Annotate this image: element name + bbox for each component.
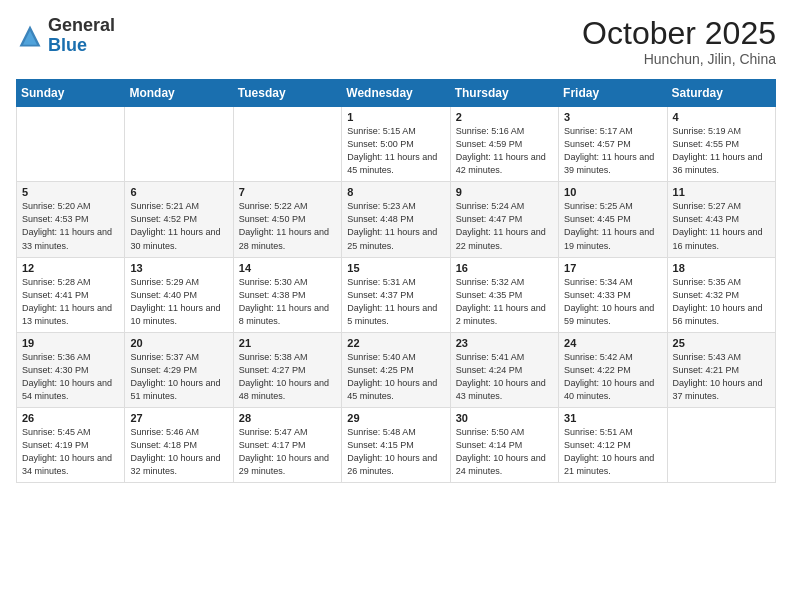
col-tuesday: Tuesday: [233, 80, 341, 107]
title-block: October 2025 Hunchun, Jilin, China: [582, 16, 776, 67]
calendar-cell: 1 Sunrise: 5:15 AMSunset: 5:00 PMDayligh…: [342, 107, 450, 182]
day-info: Sunrise: 5:50 AMSunset: 4:14 PMDaylight:…: [456, 426, 553, 478]
calendar-cell: 9 Sunrise: 5:24 AMSunset: 4:47 PMDayligh…: [450, 182, 558, 257]
calendar-cell: 13 Sunrise: 5:29 AMSunset: 4:40 PMDaylig…: [125, 257, 233, 332]
day-info: Sunrise: 5:20 AMSunset: 4:53 PMDaylight:…: [22, 200, 119, 252]
calendar-cell: [667, 407, 775, 482]
col-sunday: Sunday: [17, 80, 125, 107]
day-number: 17: [564, 262, 661, 274]
calendar-cell: 4 Sunrise: 5:19 AMSunset: 4:55 PMDayligh…: [667, 107, 775, 182]
day-number: 10: [564, 186, 661, 198]
day-number: 27: [130, 412, 227, 424]
day-number: 13: [130, 262, 227, 274]
day-number: 30: [456, 412, 553, 424]
day-number: 6: [130, 186, 227, 198]
day-info: Sunrise: 5:30 AMSunset: 4:38 PMDaylight:…: [239, 276, 336, 328]
calendar-cell: 15 Sunrise: 5:31 AMSunset: 4:37 PMDaylig…: [342, 257, 450, 332]
day-info: Sunrise: 5:29 AMSunset: 4:40 PMDaylight:…: [130, 276, 227, 328]
day-number: 15: [347, 262, 444, 274]
calendar-cell: 20 Sunrise: 5:37 AMSunset: 4:29 PMDaylig…: [125, 332, 233, 407]
month-title: October 2025: [582, 16, 776, 51]
day-info: Sunrise: 5:28 AMSunset: 4:41 PMDaylight:…: [22, 276, 119, 328]
day-info: Sunrise: 5:31 AMSunset: 4:37 PMDaylight:…: [347, 276, 444, 328]
calendar-week-row-1: 5 Sunrise: 5:20 AMSunset: 4:53 PMDayligh…: [17, 182, 776, 257]
day-info: Sunrise: 5:35 AMSunset: 4:32 PMDaylight:…: [673, 276, 770, 328]
day-info: Sunrise: 5:32 AMSunset: 4:35 PMDaylight:…: [456, 276, 553, 328]
day-info: Sunrise: 5:34 AMSunset: 4:33 PMDaylight:…: [564, 276, 661, 328]
day-info: Sunrise: 5:41 AMSunset: 4:24 PMDaylight:…: [456, 351, 553, 403]
day-info: Sunrise: 5:36 AMSunset: 4:30 PMDaylight:…: [22, 351, 119, 403]
day-number: 22: [347, 337, 444, 349]
day-info: Sunrise: 5:48 AMSunset: 4:15 PMDaylight:…: [347, 426, 444, 478]
calendar-cell: 25 Sunrise: 5:43 AMSunset: 4:21 PMDaylig…: [667, 332, 775, 407]
calendar-cell: 3 Sunrise: 5:17 AMSunset: 4:57 PMDayligh…: [559, 107, 667, 182]
header: General Blue October 2025 Hunchun, Jilin…: [16, 16, 776, 67]
day-info: Sunrise: 5:46 AMSunset: 4:18 PMDaylight:…: [130, 426, 227, 478]
day-info: Sunrise: 5:40 AMSunset: 4:25 PMDaylight:…: [347, 351, 444, 403]
day-info: Sunrise: 5:17 AMSunset: 4:57 PMDaylight:…: [564, 125, 661, 177]
day-number: 21: [239, 337, 336, 349]
day-number: 3: [564, 111, 661, 123]
day-info: Sunrise: 5:51 AMSunset: 4:12 PMDaylight:…: [564, 426, 661, 478]
day-info: Sunrise: 5:24 AMSunset: 4:47 PMDaylight:…: [456, 200, 553, 252]
logo-text: General Blue: [48, 16, 115, 56]
calendar-cell: 22 Sunrise: 5:40 AMSunset: 4:25 PMDaylig…: [342, 332, 450, 407]
col-friday: Friday: [559, 80, 667, 107]
day-number: 23: [456, 337, 553, 349]
logo-icon: [16, 22, 44, 50]
col-saturday: Saturday: [667, 80, 775, 107]
calendar-cell: 27 Sunrise: 5:46 AMSunset: 4:18 PMDaylig…: [125, 407, 233, 482]
day-info: Sunrise: 5:45 AMSunset: 4:19 PMDaylight:…: [22, 426, 119, 478]
calendar-week-row-4: 26 Sunrise: 5:45 AMSunset: 4:19 PMDaylig…: [17, 407, 776, 482]
day-number: 19: [22, 337, 119, 349]
calendar-cell: 11 Sunrise: 5:27 AMSunset: 4:43 PMDaylig…: [667, 182, 775, 257]
col-monday: Monday: [125, 80, 233, 107]
page: General Blue October 2025 Hunchun, Jilin…: [0, 0, 792, 612]
calendar-cell: [17, 107, 125, 182]
calendar-cell: 6 Sunrise: 5:21 AMSunset: 4:52 PMDayligh…: [125, 182, 233, 257]
day-info: Sunrise: 5:19 AMSunset: 4:55 PMDaylight:…: [673, 125, 770, 177]
day-number: 25: [673, 337, 770, 349]
day-number: 8: [347, 186, 444, 198]
day-number: 12: [22, 262, 119, 274]
day-info: Sunrise: 5:16 AMSunset: 4:59 PMDaylight:…: [456, 125, 553, 177]
day-number: 31: [564, 412, 661, 424]
day-number: 14: [239, 262, 336, 274]
day-number: 9: [456, 186, 553, 198]
day-number: 24: [564, 337, 661, 349]
location-subtitle: Hunchun, Jilin, China: [582, 51, 776, 67]
calendar-header-row: Sunday Monday Tuesday Wednesday Thursday…: [17, 80, 776, 107]
calendar-week-row-3: 19 Sunrise: 5:36 AMSunset: 4:30 PMDaylig…: [17, 332, 776, 407]
calendar-cell: 18 Sunrise: 5:35 AMSunset: 4:32 PMDaylig…: [667, 257, 775, 332]
calendar-cell: 26 Sunrise: 5:45 AMSunset: 4:19 PMDaylig…: [17, 407, 125, 482]
calendar-cell: 21 Sunrise: 5:38 AMSunset: 4:27 PMDaylig…: [233, 332, 341, 407]
calendar-cell: [233, 107, 341, 182]
col-wednesday: Wednesday: [342, 80, 450, 107]
calendar-cell: 8 Sunrise: 5:23 AMSunset: 4:48 PMDayligh…: [342, 182, 450, 257]
calendar-week-row-2: 12 Sunrise: 5:28 AMSunset: 4:41 PMDaylig…: [17, 257, 776, 332]
day-info: Sunrise: 5:37 AMSunset: 4:29 PMDaylight:…: [130, 351, 227, 403]
calendar-cell: 28 Sunrise: 5:47 AMSunset: 4:17 PMDaylig…: [233, 407, 341, 482]
day-info: Sunrise: 5:21 AMSunset: 4:52 PMDaylight:…: [130, 200, 227, 252]
day-info: Sunrise: 5:47 AMSunset: 4:17 PMDaylight:…: [239, 426, 336, 478]
calendar-cell: 16 Sunrise: 5:32 AMSunset: 4:35 PMDaylig…: [450, 257, 558, 332]
calendar-cell: 31 Sunrise: 5:51 AMSunset: 4:12 PMDaylig…: [559, 407, 667, 482]
col-thursday: Thursday: [450, 80, 558, 107]
day-number: 4: [673, 111, 770, 123]
calendar-cell: 30 Sunrise: 5:50 AMSunset: 4:14 PMDaylig…: [450, 407, 558, 482]
day-number: 11: [673, 186, 770, 198]
calendar-cell: 17 Sunrise: 5:34 AMSunset: 4:33 PMDaylig…: [559, 257, 667, 332]
calendar-cell: 19 Sunrise: 5:36 AMSunset: 4:30 PMDaylig…: [17, 332, 125, 407]
calendar-cell: 7 Sunrise: 5:22 AMSunset: 4:50 PMDayligh…: [233, 182, 341, 257]
day-info: Sunrise: 5:27 AMSunset: 4:43 PMDaylight:…: [673, 200, 770, 252]
calendar-cell: [125, 107, 233, 182]
day-number: 29: [347, 412, 444, 424]
calendar-week-row-0: 1 Sunrise: 5:15 AMSunset: 5:00 PMDayligh…: [17, 107, 776, 182]
logo: General Blue: [16, 16, 115, 56]
day-info: Sunrise: 5:38 AMSunset: 4:27 PMDaylight:…: [239, 351, 336, 403]
calendar-table: Sunday Monday Tuesday Wednesday Thursday…: [16, 79, 776, 483]
calendar-cell: 24 Sunrise: 5:42 AMSunset: 4:22 PMDaylig…: [559, 332, 667, 407]
logo-blue: Blue: [48, 35, 87, 55]
day-info: Sunrise: 5:42 AMSunset: 4:22 PMDaylight:…: [564, 351, 661, 403]
calendar-cell: 12 Sunrise: 5:28 AMSunset: 4:41 PMDaylig…: [17, 257, 125, 332]
